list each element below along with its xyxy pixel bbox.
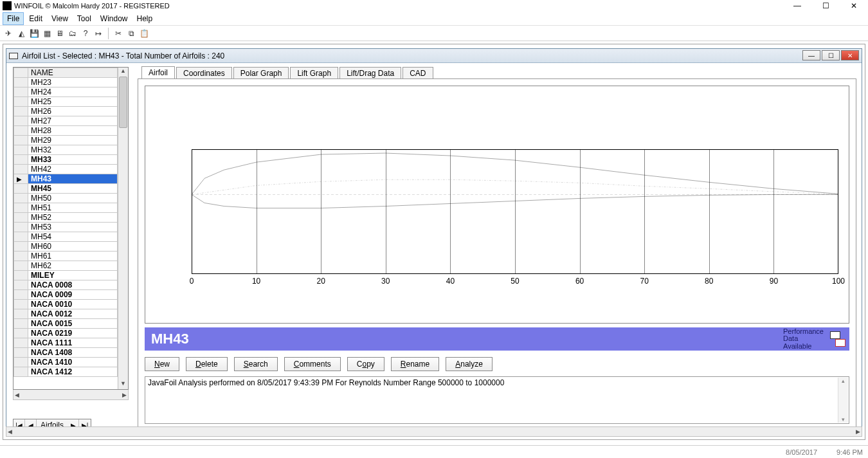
list-item[interactable]: MH53 — [14, 223, 118, 232]
app-icon — [3, 1, 12, 10]
list-item[interactable]: NACA 1111 — [14, 338, 118, 348]
list-item[interactable]: MH28 — [14, 126, 118, 136]
status-time: 9:46 PM — [836, 448, 863, 456]
list-item[interactable]: NACA 1408 — [14, 348, 118, 358]
app-client-area: Airfoil List - Selected : MH43 - Total N… — [3, 44, 865, 440]
list-item[interactable]: MH54 — [14, 232, 118, 242]
save-icon[interactable]: 💾 — [28, 28, 40, 39]
tabstrip: Airfoil Coordinates Polar Graph Lift Gra… — [138, 64, 856, 78]
selected-airfoil-name: MH43 — [151, 331, 189, 347]
tab-liftdrag[interactable]: Lift/Drag Data — [339, 67, 401, 79]
menu-view[interactable]: View — [48, 13, 72, 24]
tab-cad[interactable]: CAD — [402, 67, 433, 79]
delete-button[interactable]: Delete — [186, 357, 228, 371]
list-item[interactable]: MH32 — [14, 145, 118, 155]
copy-icon[interactable]: ⧉ — [125, 28, 137, 39]
list-item[interactable]: MH61 — [14, 252, 118, 261]
menu-tool[interactable]: Tool — [73, 13, 95, 24]
tool2-icon[interactable]: ◭ — [15, 28, 27, 39]
menu-edit[interactable]: Edit — [25, 13, 46, 24]
selected-airfoil-banner: MH43 Performance Data Available — [145, 327, 849, 351]
list-item[interactable]: NACA 1410 — [14, 358, 118, 367]
minimize-button[interactable]: — — [783, 0, 811, 12]
tool6-icon[interactable]: 🗂 — [67, 28, 78, 39]
list-item[interactable]: MH42 — [14, 165, 118, 174]
airfoil-sidebar: NAMEMH23MH24MH25MH26MH27MH28MH29MH32MH33… — [6, 63, 132, 436]
child-window-title: Airfoil List - Selected : MH43 - Total N… — [22, 51, 224, 60]
list-item[interactable]: MH62 — [14, 261, 118, 271]
list-item[interactable]: NACA 0015 — [14, 319, 118, 329]
tool4-icon[interactable]: ▦ — [41, 28, 53, 39]
list-item[interactable]: MH27 — [14, 116, 118, 126]
action-buttons: New Delete Search Comments Copy Rename A… — [145, 357, 493, 371]
tab-lift[interactable]: Lift Graph — [290, 67, 338, 79]
list-item[interactable]: MH24 — [14, 87, 118, 97]
airfoil-chart: 0102030405060708090100 — [145, 86, 849, 324]
status-date: 8/05/2017 — [786, 448, 817, 456]
toolbar-sep — [108, 28, 109, 39]
list-vscrollbar[interactable]: ▲ ▼ — [118, 68, 128, 389]
child-maximize-button[interactable]: ☐ — [822, 50, 840, 60]
tool5-icon[interactable]: 🖥 — [54, 28, 66, 39]
list-item[interactable]: NACA 0008 — [14, 280, 118, 290]
menu-file[interactable]: File — [3, 12, 24, 25]
list-item[interactable]: MH60 — [14, 242, 118, 252]
tab-polar[interactable]: Polar Graph — [233, 67, 289, 79]
rename-button[interactable]: Rename — [391, 357, 439, 371]
list-item[interactable]: MH45 — [14, 184, 118, 194]
menubar: File Edit View Tool Window Help — [0, 12, 868, 26]
child-close-button[interactable]: ✕ — [841, 50, 859, 60]
new-button[interactable]: New — [145, 357, 179, 371]
paste-icon[interactable]: 📋 — [138, 28, 150, 39]
search-button[interactable]: Search — [234, 357, 278, 371]
list-item[interactable]: ▶MH43 — [14, 174, 118, 184]
performance-data-label: Performance Data Available — [783, 328, 826, 351]
analysis-message-box[interactable]: JavaFoil Analysis performed on 8/05/2017… — [145, 376, 849, 424]
list-item[interactable]: NACA 1412 — [14, 367, 118, 377]
airfoil-icon[interactable]: ✈ — [3, 28, 14, 39]
tab-coordinates[interactable]: Coordinates — [176, 67, 232, 79]
exit-icon[interactable]: ↦ — [93, 28, 104, 39]
list-item[interactable]: MH52 — [14, 213, 118, 223]
airfoil-list-window: Airfoil List - Selected : MH43 - Total N… — [6, 48, 862, 437]
main-area: Airfoil Coordinates Polar Graph Lift Gra… — [132, 63, 862, 436]
analyze-button[interactable]: Analyze — [446, 357, 493, 371]
copy-button[interactable]: Copy — [347, 357, 384, 371]
list-item[interactable]: MH26 — [14, 107, 118, 116]
list-item[interactable]: MH23 — [14, 78, 118, 87]
list-item[interactable]: MILEY — [14, 271, 118, 280]
cut-icon[interactable]: ✂ — [113, 28, 124, 39]
list-item[interactable]: NACA 0009 — [14, 290, 118, 300]
list-item[interactable]: MH51 — [14, 203, 118, 213]
toolbar: ✈ ◭ 💾 ▦ 🖥 🗂 ? ↦ ✂ ⧉ 📋 — [0, 26, 868, 41]
child-titlebar[interactable]: Airfoil List - Selected : MH43 - Total N… — [6, 49, 862, 63]
statusbar: 8/05/2017 9:46 PM — [0, 445, 868, 458]
child-window-icon — [9, 53, 18, 59]
close-button[interactable]: ✕ — [840, 0, 868, 12]
list-item[interactable]: MH29 — [14, 136, 118, 145]
menu-window[interactable]: Window — [96, 13, 132, 24]
window-titlebar: WINFOIL © Malcolm Hardy 2017 - REGISTERE… — [0, 0, 868, 12]
list-item[interactable]: MH33 — [14, 155, 118, 165]
list-item[interactable]: MH25 — [14, 97, 118, 107]
tab-airfoil[interactable]: Airfoil — [141, 66, 175, 79]
tab-page: 0102030405060708090100 MH43 Performance … — [138, 78, 856, 431]
list-item[interactable]: NACA 0219 — [14, 329, 118, 338]
maximize-button[interactable]: ☐ — [811, 0, 840, 12]
window-title: WINFOIL © Malcolm Hardy 2017 - REGISTERE… — [14, 2, 170, 10]
list-item[interactable]: MH50 — [14, 194, 118, 203]
list-hscrollbar[interactable]: ◀▶ — [13, 390, 129, 400]
message-vscrollbar[interactable]: ▴▾ — [838, 378, 848, 423]
airfoil-list[interactable]: NAMEMH23MH24MH25MH26MH27MH28MH29MH32MH33… — [13, 67, 129, 390]
list-item[interactable]: NACA 0012 — [14, 309, 118, 319]
app-hscrollbar[interactable]: ◀▶ — [6, 426, 862, 437]
child-minimize-button[interactable]: — — [802, 50, 820, 60]
analysis-message: JavaFoil Analysis performed on 8/05/2017… — [148, 378, 504, 387]
help-icon[interactable]: ? — [80, 28, 91, 39]
chart-icon — [830, 331, 845, 347]
menu-help[interactable]: Help — [133, 13, 157, 24]
list-item[interactable]: NACA 0010 — [14, 300, 118, 309]
comments-button[interactable]: Comments — [284, 357, 341, 371]
